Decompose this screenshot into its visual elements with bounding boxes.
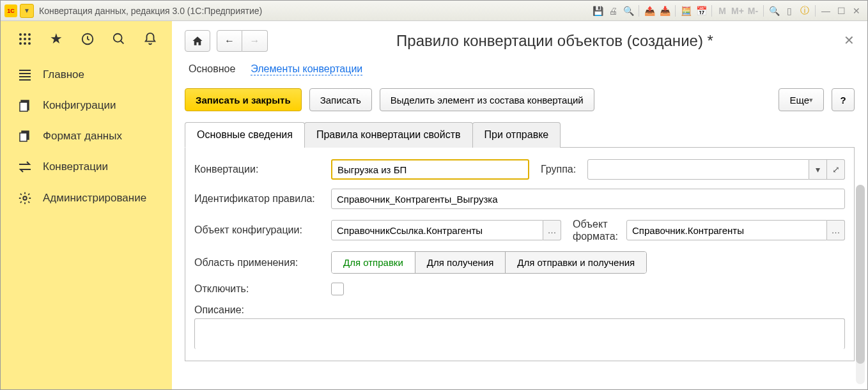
svg-point-7 <box>24 42 26 45</box>
sidebar-item-conversions[interactable]: Конвертации <box>1 152 172 182</box>
save-close-button[interactable]: Записать и закрыть <box>185 88 302 111</box>
m-minus-button[interactable]: M- <box>746 4 760 18</box>
maximize-icon[interactable]: ☐ <box>834 4 848 18</box>
tab-property-rules[interactable]: Правила конвертации свойств <box>304 122 473 148</box>
vertical-scrollbar[interactable] <box>856 185 865 384</box>
sidebar-item-label: Администрирование <box>43 192 146 205</box>
link-in-icon[interactable]: 📥 <box>658 4 672 18</box>
window-titlebar: 1C ▼ Конвертация данных, редакция 3.0 (1… <box>1 1 867 21</box>
disable-label: Отключить: <box>194 283 326 295</box>
group-open-icon[interactable]: ⤢ <box>827 159 845 180</box>
scrollbar-thumb[interactable] <box>856 185 865 364</box>
help-button[interactable]: ? <box>832 88 855 111</box>
svg-point-5 <box>28 38 31 40</box>
svg-point-8 <box>28 42 31 45</box>
svg-point-10 <box>114 34 122 42</box>
svg-point-0 <box>19 33 22 36</box>
menu-lines-icon <box>17 69 33 81</box>
group-dropdown-icon[interactable]: ▾ <box>809 159 827 180</box>
conv-input[interactable] <box>331 159 529 180</box>
print-icon[interactable]: 🖨 <box>606 4 620 18</box>
ruleid-label: Идентификатор правила: <box>194 193 326 205</box>
panel-icon[interactable]: ▯ <box>782 4 796 18</box>
configobj-select-icon[interactable]: … <box>543 220 561 240</box>
subnav-main[interactable]: Основное <box>189 63 235 75</box>
apps-grid-icon[interactable] <box>16 30 33 48</box>
documents-stack-icon <box>17 130 33 143</box>
scope-both-button[interactable]: Для отправки и получения <box>506 252 646 273</box>
bell-icon[interactable] <box>142 30 159 48</box>
swap-arrows-icon <box>17 161 33 173</box>
content-area: ✕ ← → Правило конвертации объектов (созд… <box>172 21 867 389</box>
star-icon[interactable]: ★ <box>47 30 65 48</box>
svg-point-2 <box>28 33 31 36</box>
sidebar-item-configs[interactable]: Конфигурации <box>1 90 172 121</box>
configobj-label: Объект конфигурации: <box>194 224 326 236</box>
link-out-icon[interactable]: 📤 <box>642 4 656 18</box>
svg-line-11 <box>121 41 124 44</box>
window-title: Конвертация данных, редакция 3.0 (1С:Пре… <box>39 6 591 16</box>
calculator-icon[interactable]: 🧮 <box>679 4 693 18</box>
svg-rect-17 <box>20 102 27 111</box>
extract-button[interactable]: Выделить элемент из состава конвертаций <box>380 88 594 111</box>
sidebar-item-label: Главное <box>43 68 84 81</box>
preview-icon[interactable]: 🔍 <box>621 4 635 18</box>
scope-send-button[interactable]: Для отправки <box>332 252 415 273</box>
sidebar: ★ Главное Конфигурации <box>1 21 172 389</box>
nav-forward-button[interactable]: → <box>242 30 268 52</box>
disable-checkbox[interactable] <box>331 283 344 295</box>
group-input[interactable] <box>587 159 809 180</box>
close-page-icon[interactable]: ✕ <box>844 33 855 48</box>
svg-point-3 <box>19 38 22 40</box>
tab-main-info[interactable]: Основные сведения <box>185 122 305 148</box>
tab-on-send[interactable]: При отправке <box>472 122 561 148</box>
sidebar-item-main[interactable]: Главное <box>1 59 172 90</box>
desc-label: Описание: <box>194 304 326 316</box>
ruleid-input[interactable] <box>331 189 845 209</box>
scope-label: Область применения: <box>194 257 326 269</box>
subnav-elements[interactable]: Элементы конвертации <box>251 63 362 75</box>
app-menu-dropdown[interactable]: ▼ <box>20 4 34 18</box>
sidebar-item-dataformat[interactable]: Формат данных <box>1 121 172 152</box>
svg-point-20 <box>23 196 27 200</box>
more-button[interactable]: Еще <box>779 88 824 111</box>
sidebar-item-label: Формат данных <box>43 130 122 143</box>
calendar-icon[interactable]: 📅 <box>694 4 708 18</box>
m-button[interactable]: M <box>715 4 729 18</box>
sidebar-item-label: Конвертации <box>43 160 108 173</box>
svg-rect-19 <box>20 133 27 141</box>
formatobj-select-icon[interactable]: … <box>827 220 845 240</box>
m-plus-button[interactable]: M+ <box>731 4 745 18</box>
home-button[interactable] <box>185 30 210 52</box>
sidebar-item-admin[interactable]: Администрирование <box>1 182 172 214</box>
configobj-input[interactable] <box>331 220 543 240</box>
scope-toggle-group: Для отправки Для получения Для отправки … <box>331 251 647 274</box>
group-label: Группа: <box>534 164 582 175</box>
nav-back-button[interactable]: ← <box>217 30 242 52</box>
save-disk-icon[interactable]: 💾 <box>591 4 605 18</box>
gear-icon <box>17 191 33 205</box>
formatobj-label: Объект формата: <box>566 218 621 242</box>
minimize-icon[interactable]: — <box>819 4 833 18</box>
sidebar-item-label: Конфигурации <box>43 99 116 112</box>
formatobj-input[interactable] <box>626 220 827 240</box>
close-window-icon[interactable]: ✕ <box>849 4 864 18</box>
search-icon[interactable] <box>111 30 128 48</box>
scope-recv-button[interactable]: Для получения <box>415 252 506 273</box>
app-logo-icon: 1C <box>4 4 17 17</box>
svg-point-4 <box>24 38 26 40</box>
page-title: Правило конвертации объектов (создание) … <box>281 32 855 50</box>
history-icon[interactable] <box>79 30 96 48</box>
info-icon[interactable]: ⓘ <box>798 4 812 18</box>
documents-icon <box>17 99 33 112</box>
zoom-in-icon[interactable]: 🔍 <box>767 4 781 18</box>
svg-point-1 <box>24 33 26 36</box>
svg-point-6 <box>19 42 22 45</box>
save-button[interactable]: Записать <box>309 88 372 111</box>
description-textarea[interactable] <box>194 318 845 349</box>
conv-label: Конвертации: <box>194 164 326 175</box>
